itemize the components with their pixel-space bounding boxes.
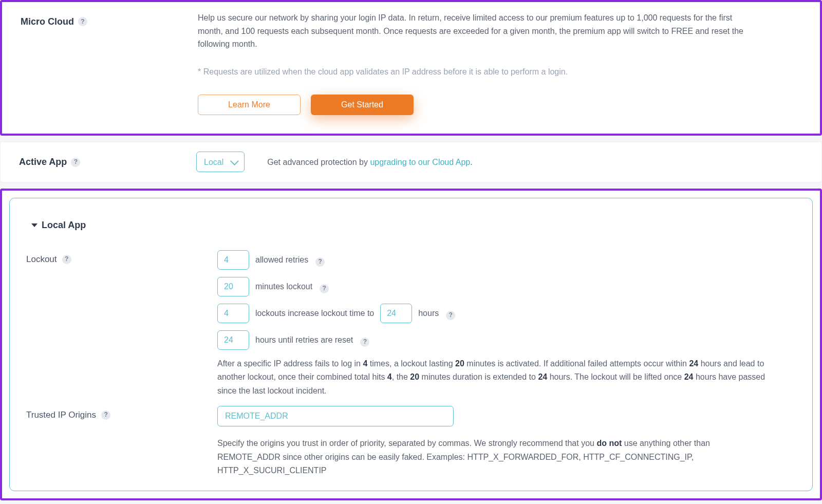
trusted-ip-input[interactable] [217, 406, 454, 426]
local-app-header[interactable]: Local App [26, 214, 91, 237]
lockout-hours-input[interactable] [380, 304, 412, 323]
trusted-ip-label: Trusted IP Origins [26, 408, 96, 422]
help-icon[interactable]: ? [71, 158, 80, 167]
reset-hours-input[interactable] [217, 330, 249, 350]
chevron-down-icon [230, 157, 239, 165]
get-started-button[interactable]: Get Started [311, 95, 414, 115]
help-icon[interactable]: ? [320, 284, 329, 293]
lockouts-count-input[interactable] [217, 304, 249, 323]
micro-cloud-panel: Micro Cloud ? Help us secure our network… [0, 0, 822, 136]
micro-cloud-title: Micro Cloud [21, 14, 74, 29]
help-icon[interactable]: ? [62, 255, 71, 264]
help-icon[interactable]: ? [315, 257, 325, 267]
lockout-label: Lockout [26, 252, 57, 266]
minutes-lockout-input[interactable] [217, 277, 249, 296]
micro-cloud-desc: Help us secure our network by sharing yo… [198, 11, 750, 51]
learn-more-button[interactable]: Learn More [198, 95, 301, 115]
lockouts-increase-label-a: lockouts increase lockout time to [255, 307, 374, 320]
active-app-hint: Get advanced protection by upgrading to … [267, 156, 472, 169]
active-app-title: Active App [19, 155, 67, 170]
allowed-retries-label: allowed retries [255, 253, 308, 267]
trusted-ip-desc: Specify the origins you trust in order o… [217, 437, 770, 477]
lockout-explanation: After a specific IP address fails to log… [217, 357, 770, 398]
help-icon[interactable]: ? [101, 410, 110, 420]
help-icon[interactable]: ? [78, 17, 87, 26]
minutes-lockout-label: minutes lockout [255, 280, 312, 293]
active-app-section: Active App ? Local Get advanced protecti… [0, 142, 822, 182]
caret-down-icon [31, 223, 38, 227]
micro-cloud-note: * Requests are utilized when the cloud a… [198, 65, 750, 79]
active-app-selected: Local [204, 156, 223, 169]
lockouts-increase-label-b: hours [418, 307, 439, 320]
local-app-title: Local App [42, 218, 86, 233]
local-app-panel: Local App Lockout ? allowed retries [0, 189, 822, 500]
help-icon[interactable]: ? [360, 338, 369, 347]
help-icon[interactable]: ? [446, 311, 455, 320]
active-app-select[interactable]: Local [196, 152, 245, 172]
allowed-retries-input[interactable] [217, 250, 249, 270]
upgrade-link[interactable]: upgrading to our Cloud App [370, 158, 470, 166]
reset-label: hours until retries are reset [255, 333, 353, 347]
